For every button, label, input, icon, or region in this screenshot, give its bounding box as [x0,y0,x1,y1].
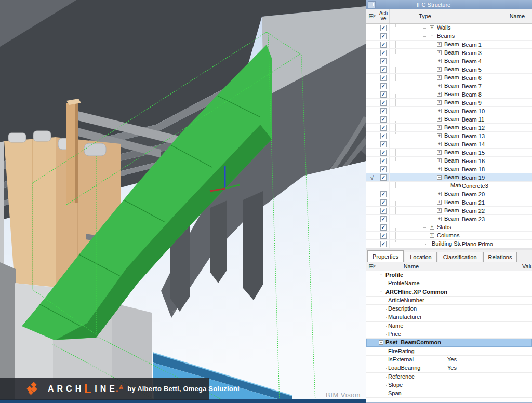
tree-row-beam-21[interactable]: ✓+BeamBeam 21 [366,198,532,207]
active-checkbox[interactable]: ✓ [380,25,387,31]
active-checkbox[interactable]: ✓ [380,199,387,206]
tree-row-beam-12[interactable]: ✓+BeamBeam 12 [366,124,532,132]
column-type[interactable]: Type [389,9,461,23]
tree-row-beam-15[interactable]: ✓+BeamBeam 15 [366,149,532,157]
property-row-name[interactable]: Name [366,322,532,330]
tree-row-beam-14[interactable]: ✓+BeamBeam 14 [366,140,532,149]
collapse-icon[interactable]: − [437,175,442,180]
active-checkbox[interactable]: ✓ [380,33,387,39]
expand-icon[interactable]: + [437,84,442,88]
tree-row-walls[interactable]: ✓+Walls [366,24,532,32]
tree-row-beam-20[interactable]: ✓+BeamBeam 20 [366,190,532,198]
property-row-articlenumber[interactable]: ArticleNumber [366,297,532,305]
active-checkbox[interactable]: ✓ [380,125,387,131]
active-checkbox[interactable]: ✓ [380,141,387,147]
expand-icon[interactable]: + [430,25,434,30]
property-row-price[interactable]: Price [366,330,532,339]
active-checkbox[interactable]: ✓ [380,66,387,73]
tree-row-beams[interactable]: ✓−Beams [366,32,532,41]
property-row-description[interactable]: Description [366,305,532,313]
tree-row-beam-11[interactable]: ✓+BeamBeam 11 [366,115,532,124]
active-checkbox[interactable]: ✓ [380,191,387,197]
prop-column-value[interactable]: Value [522,262,532,271]
expand-icon[interactable]: + [437,217,442,221]
active-checkbox[interactable]: ✓ [380,158,387,164]
expand-icon[interactable]: + [437,150,442,155]
collapse-icon[interactable]: − [379,290,383,294]
expand-icon[interactable]: + [437,75,442,80]
expand-icon[interactable]: + [437,192,442,196]
expand-icon[interactable]: + [437,50,442,55]
tree-row-beam-22[interactable]: ✓+BeamBeam 22 [366,207,532,215]
expand-icon[interactable]: + [437,158,442,163]
tab-location[interactable]: Location [405,252,437,262]
tree-row-columns[interactable]: ✓+Columns [366,232,532,240]
column-name[interactable]: Name [461,9,532,23]
property-row-pset-beamcommon[interactable]: −Pset_BeamCommon [366,339,532,347]
expand-icon[interactable]: + [437,59,442,63]
active-checkbox[interactable]: ✓ [380,241,387,247]
expand-icon[interactable]: + [437,100,442,105]
active-checkbox[interactable]: ✓ [380,100,387,106]
tree-row-beam-19[interactable]: √✓−BeamBeam 19 [366,173,532,182]
property-row-span[interactable]: Span [366,389,532,398]
tree-row-slabs[interactable]: ✓+Slabs [366,223,532,232]
tree-row-concrete3[interactable]: Material layerConcrete3 [366,182,532,190]
tree-row-beam-1[interactable]: ✓+BeamBeam 1 [366,41,532,49]
active-checkbox[interactable]: ✓ [380,58,387,64]
active-checkbox[interactable]: ✓ [380,116,387,123]
property-row-reference[interactable]: Reference [366,373,532,381]
property-row-profilename[interactable]: ProfileName [366,279,532,288]
expand-icon[interactable]: + [437,109,442,113]
tree-row-piano-primo[interactable]: ✓Building StoreyPiano Primo [366,240,532,248]
expand-icon[interactable]: + [437,125,442,130]
tab-classification[interactable]: Classification [438,252,482,262]
expand-icon[interactable]: + [437,142,442,146]
property-row-loadbearing[interactable]: LoadBearingYes [366,364,532,372]
active-checkbox[interactable]: ✓ [380,42,387,48]
active-checkbox[interactable]: ✓ [380,174,387,181]
tree-row-beam-7[interactable]: ✓+BeamBeam 7 [366,82,532,90]
prop-column-chooser-button[interactable]: ⊞▾ [366,262,378,271]
tree-row-beam-18[interactable]: ✓+BeamBeam 18 [366,165,532,173]
active-checkbox[interactable]: ✓ [380,166,387,172]
viewport-3d[interactable]: ARCHINE.& by Alberto Betti, Omega Soluzi… [0,0,366,403]
property-row-isexternal[interactable]: IsExternalYes [366,356,532,364]
property-row-archline-xp-common[interactable]: −ARCHline.XP Common [366,288,532,297]
active-checkbox[interactable]: ✓ [380,108,387,114]
property-row-profile[interactable]: −Profile [366,271,532,279]
prop-column-name[interactable]: Name [378,262,445,271]
expand-icon[interactable]: + [437,92,442,97]
expand-icon[interactable]: + [437,42,442,47]
expand-icon[interactable]: + [430,233,434,238]
property-row-firerating[interactable]: FireRating [366,347,532,356]
tree-row-beam-4[interactable]: ✓+BeamBeam 4 [366,57,532,65]
tree-row-beam-13[interactable]: ✓+BeamBeam 13 [366,132,532,140]
active-checkbox[interactable]: ✓ [380,150,387,156]
tree-row-beam-9[interactable]: ✓+BeamBeam 9 [366,99,532,107]
active-checkbox[interactable]: ✓ [380,208,387,214]
active-checkbox[interactable]: ✓ [380,91,387,98]
column-chooser-button[interactable]: ⊞▾ [366,9,378,23]
expand-icon[interactable]: + [437,200,442,205]
tree-row-beam-16[interactable]: ✓+BeamBeam 16 [366,157,532,165]
tree-row-beam-6[interactable]: ✓+BeamBeam 6 [366,74,532,82]
active-checkbox[interactable]: ✓ [380,75,387,81]
expand-icon[interactable]: + [430,225,434,230]
tree-row-beam-10[interactable]: ✓+BeamBeam 10 [366,107,532,115]
collapse-icon[interactable]: − [430,34,434,38]
expand-icon[interactable]: + [437,67,442,72]
tab-relations[interactable]: Relations [483,252,517,262]
column-active[interactable]: Active [378,9,389,23]
tree-row-beam-23[interactable]: ✓+BeamBeam 23 [366,215,532,223]
active-checkbox[interactable]: ✓ [380,50,387,56]
expand-icon[interactable]: + [437,167,442,171]
active-checkbox[interactable]: ✓ [380,133,387,139]
active-checkbox[interactable]: ✓ [380,233,387,239]
active-checkbox[interactable]: ✓ [380,83,387,89]
expand-icon[interactable]: + [437,117,442,122]
property-row-manufacturer[interactable]: Manufacturer [366,313,532,321]
tab-properties[interactable]: Properties [367,250,404,262]
tree-row-beam-5[interactable]: ✓+BeamBeam 5 [366,65,532,74]
expand-icon[interactable]: + [437,208,442,213]
